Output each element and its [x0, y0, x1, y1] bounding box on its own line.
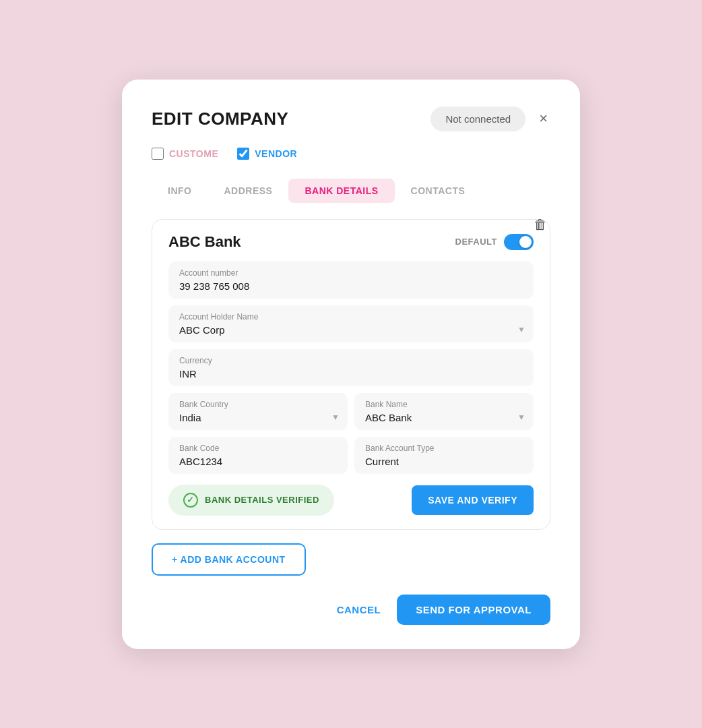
account-holder-field[interactable]: Account Holder Name ABC Corp ▼ [168, 305, 534, 342]
bank-account-type-value: Current [365, 456, 523, 467]
tabs-row: INFO ADDRESS BANK DETAILS CONTACTS [152, 179, 550, 203]
bank-country-field[interactable]: Bank Country India ▼ [168, 393, 348, 430]
bank-card-header: ABC Bank DEFAULT [168, 233, 534, 251]
bank-card: 🗑 ABC Bank DEFAULT Account number 39 238… [152, 219, 550, 530]
modal-title: EDIT COMPANY [152, 109, 288, 129]
bank-code-field: Bank Code ABC1234 [168, 437, 348, 474]
bank-name-label: Bank Name [365, 400, 523, 409]
account-number-value: 39 238 765 008 [179, 280, 523, 292]
edit-company-modal: EDIT COMPANY Not connected × CUSTOME VEN… [122, 80, 580, 649]
delete-bank-button[interactable]: 🗑 [531, 214, 550, 235]
account-holder-label: Account Holder Name [179, 312, 523, 322]
bank-name-dropdown-icon: ▼ [517, 413, 525, 422]
checkboxes-row: CUSTOME VENDOR [152, 148, 550, 160]
not-connected-badge: Not connected [430, 107, 525, 131]
bank-name-value: ABC Bank [365, 412, 523, 423]
bank-country-name-row: Bank Country India ▼ Bank Name ABC Bank … [168, 393, 534, 430]
vendor-checkbox-item[interactable]: VENDOR [237, 148, 297, 160]
toggle-slider [504, 234, 534, 250]
tab-bank-details[interactable]: BANK DETAILS [288, 179, 394, 203]
currency-label: Currency [179, 356, 523, 365]
cancel-button[interactable]: CANCEL [337, 604, 381, 615]
currency-field: Currency INR [168, 349, 534, 386]
bank-code-value: ABC1234 [179, 456, 337, 467]
customer-checkbox-item[interactable]: CUSTOME [152, 148, 218, 160]
account-holder-dropdown-icon: ▼ [517, 325, 525, 334]
customer-label: CUSTOME [169, 148, 218, 159]
bank-account-type-label: Bank Account Type [365, 444, 523, 453]
tab-contacts[interactable]: CONTACTS [395, 179, 482, 203]
add-bank-account-button[interactable]: + ADD BANK ACCOUNT [152, 543, 306, 576]
bank-name: ABC Bank [168, 233, 241, 251]
currency-value: INR [179, 368, 523, 380]
default-toggle-row: DEFAULT [455, 234, 534, 250]
tab-info[interactable]: INFO [152, 179, 208, 203]
bank-country-dropdown-icon: ▼ [331, 413, 340, 422]
bank-code-type-row: Bank Code ABC1234 Bank Account Type Curr… [168, 437, 534, 474]
vendor-checkbox[interactable] [237, 148, 249, 160]
default-toggle-switch[interactable] [504, 234, 534, 250]
save-verify-button[interactable]: SAVE AND VERIFY [412, 485, 534, 515]
tab-address[interactable]: ADDRESS [208, 179, 288, 203]
default-label: DEFAULT [455, 237, 497, 247]
account-number-field: Account number 39 238 765 008 [168, 262, 534, 299]
bank-name-field[interactable]: Bank Name ABC Bank ▼ [354, 393, 534, 430]
customer-checkbox[interactable] [152, 148, 164, 160]
verified-label: BANK DETAILS VERIFIED [205, 495, 319, 505]
close-button[interactable]: × [536, 109, 550, 129]
send-for-approval-button[interactable]: SEND FOR APPROVAL [397, 595, 550, 625]
bank-country-label: Bank Country [179, 400, 337, 409]
vendor-label: VENDOR [255, 148, 297, 159]
modal-header: EDIT COMPANY Not connected × [152, 107, 550, 131]
account-holder-value: ABC Corp [179, 324, 523, 336]
bank-account-type-field: Bank Account Type Current [354, 437, 534, 474]
footer-row: CANCEL SEND FOR APPROVAL [152, 595, 550, 625]
bank-country-value: India [179, 412, 337, 423]
header-right: Not connected × [430, 107, 550, 131]
bank-code-label: Bank Code [179, 444, 337, 453]
verified-check-icon: ✓ [183, 493, 198, 508]
verified-row: ✓ BANK DETAILS VERIFIED SAVE AND VERIFY [168, 485, 534, 516]
verified-badge: ✓ BANK DETAILS VERIFIED [168, 485, 334, 516]
account-number-label: Account number [179, 268, 523, 278]
